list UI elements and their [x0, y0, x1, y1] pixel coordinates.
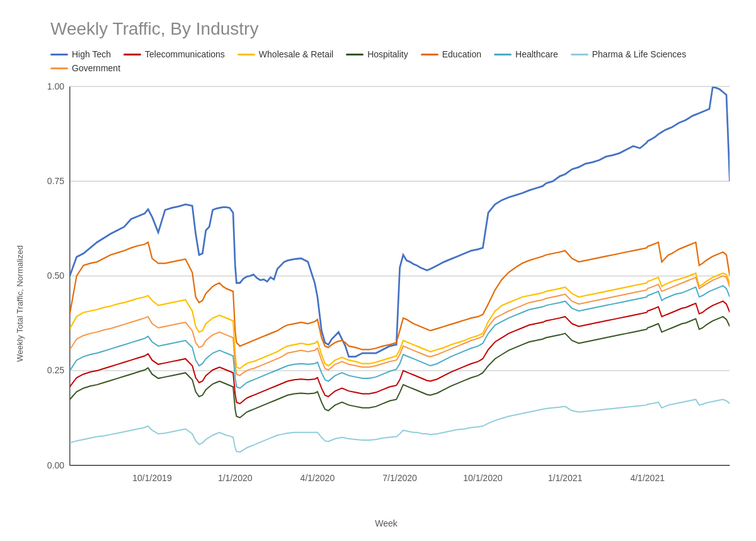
- x-axis-label: Week: [29, 515, 743, 528]
- line-government: [70, 276, 730, 376]
- legend-item-healthcare: Healthcare: [494, 49, 558, 59]
- legend-item-telecom: Telecommunications: [123, 49, 225, 59]
- legend-label-healthcare: Healthcare: [515, 49, 558, 59]
- legend: High Tech Telecommunications Wholesale &…: [13, 49, 743, 73]
- legend-color-telecom: [123, 54, 141, 55]
- svg-text:10/1/2019: 10/1/2019: [132, 472, 172, 482]
- legend-item-government: Government: [50, 63, 120, 73]
- svg-text:4/1/2020: 4/1/2020: [301, 472, 335, 482]
- y-axis-label: Weekly Total Traffic, Normalized: [13, 79, 26, 528]
- legend-label-education: Education: [442, 49, 481, 59]
- legend-label-wholesale: Wholesale & Retail: [259, 49, 333, 59]
- line-telecom: [70, 301, 730, 404]
- main-chart: 0.00 0.25 0.50 0.75 1.00 10/1/2019 1/1/2…: [29, 79, 743, 515]
- svg-text:1.00: 1.00: [47, 81, 64, 91]
- svg-text:7/1/2020: 7/1/2020: [382, 472, 417, 482]
- chart-area: 0.00 0.25 0.50 0.75 1.00 10/1/2019 1/1/2…: [29, 79, 743, 528]
- legend-color-hospitality: [346, 54, 364, 55]
- legend-color-government: [50, 67, 68, 69]
- svg-text:10/1/2020: 10/1/2020: [463, 472, 503, 482]
- legend-item-pharma: Pharma & Life Sciences: [571, 49, 686, 59]
- chart-title: Weekly Traffic, By Industry: [13, 19, 743, 39]
- legend-item-hightech: High Tech: [50, 49, 111, 59]
- legend-label-telecom: Telecommunications: [145, 49, 225, 59]
- legend-label-pharma: Pharma & Life Sciences: [592, 49, 686, 59]
- svg-text:1/1/2021: 1/1/2021: [548, 472, 583, 482]
- legend-item-education: Education: [421, 49, 481, 59]
- legend-color-education: [421, 54, 438, 55]
- svg-text:0.50: 0.50: [47, 270, 64, 281]
- legend-color-pharma: [571, 54, 588, 55]
- legend-color-hightech: [50, 54, 68, 55]
- legend-color-wholesale: [238, 54, 255, 55]
- svg-text:0.25: 0.25: [47, 365, 64, 375]
- chart-container: Weekly Traffic, By Industry High Tech Te…: [0, 0, 756, 541]
- line-healthcare: [70, 286, 730, 388]
- line-education: [70, 242, 730, 349]
- svg-text:0.00: 0.00: [47, 460, 64, 470]
- legend-label-hospitality: Hospitality: [367, 49, 408, 59]
- chart-body: Weekly Total Traffic, Normalized: [13, 79, 743, 528]
- svg-text:4/1/2021: 4/1/2021: [630, 472, 665, 482]
- svg-text:0.75: 0.75: [47, 176, 64, 186]
- legend-item-hospitality: Hospitality: [346, 49, 408, 59]
- svg-wrap: 0.00 0.25 0.50 0.75 1.00 10/1/2019 1/1/2…: [29, 79, 743, 515]
- legend-label-hightech: High Tech: [72, 49, 111, 59]
- legend-item-wholesale: Wholesale & Retail: [238, 49, 333, 59]
- legend-label-government: Government: [72, 63, 120, 73]
- svg-text:1/1/2020: 1/1/2020: [218, 472, 253, 482]
- legend-color-healthcare: [494, 54, 512, 55]
- line-pharma: [70, 399, 730, 451]
